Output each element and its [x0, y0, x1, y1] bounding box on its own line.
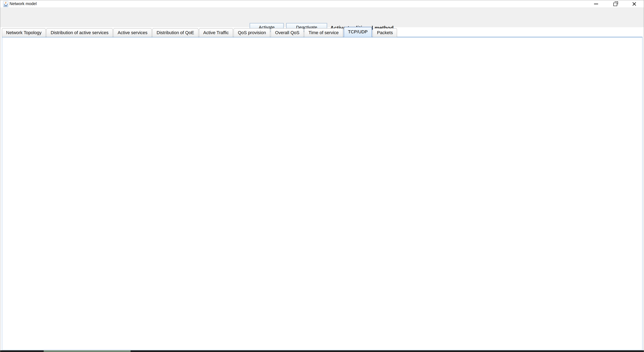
- tab-active-services[interactable]: Active services: [113, 28, 152, 37]
- icon-cup: [4, 4, 8, 6]
- taskbar-edge: [0, 350, 644, 352]
- tab-active-traffic[interactable]: Active Traffic: [199, 28, 233, 37]
- maximize-button[interactable]: [606, 0, 625, 8]
- title-bar: Network model: [0, 0, 644, 8]
- tab-qos-provision[interactable]: QoS provision: [234, 28, 270, 37]
- tab-distribution-of-active-services[interactable]: Distribution of active services: [46, 28, 113, 37]
- taskbar-segment: [44, 350, 130, 352]
- window-controls: [586, 0, 644, 8]
- tab-distribution-of-qoe[interactable]: Distribution of QoE: [152, 28, 198, 37]
- minimize-icon: [594, 4, 598, 4]
- app-window: Network model Activate Deactivate Active…: [0, 0, 644, 352]
- minimize-button[interactable]: [586, 0, 606, 8]
- tab-overall-qos[interactable]: Overall QoS: [271, 28, 304, 37]
- window-title: Network model: [10, 2, 36, 6]
- tab-content-panel: [2, 37, 642, 350]
- tab-network-topology[interactable]: Network Topology: [2, 28, 46, 37]
- tab-bar: Network TopologyDistribution of active s…: [2, 27, 642, 37]
- close-icon: [632, 2, 637, 6]
- restore-window-icon: [613, 3, 617, 6]
- tab-time-of-service[interactable]: Time of service: [304, 28, 343, 37]
- toolbar: Activate Deactivate Active traditional m…: [0, 8, 644, 27]
- tab-tcp-udp[interactable]: TCP/UDP: [344, 27, 372, 37]
- close-button[interactable]: [625, 0, 644, 8]
- java-coffee-cup-icon: [3, 1, 8, 7]
- icon-saucer: [4, 6, 7, 6]
- icon-flame: [5, 2, 6, 4]
- tab-packets[interactable]: Packets: [373, 28, 397, 37]
